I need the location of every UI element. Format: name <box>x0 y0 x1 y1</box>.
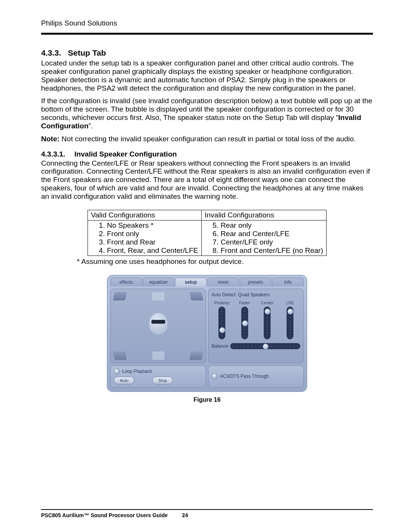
stop-button[interactable]: Stop <box>152 377 173 384</box>
slider-track[interactable] <box>218 307 225 339</box>
bottom-row: Loop Playback Auto Stop AC3/DTS Pass Thr… <box>110 366 304 388</box>
figure-caption: Figure 16 <box>41 396 373 403</box>
p2-pre: If the configuration is invalid (see inv… <box>41 97 372 121</box>
tab-list: effectsequalizersetupmixerpresetsinfo <box>110 278 304 286</box>
slider-fader: Fader <box>234 300 255 339</box>
col1-header: Valid Configurations <box>88 210 201 220</box>
auto-button[interactable]: Auto <box>114 377 134 384</box>
slider-thumb-icon[interactable] <box>219 327 225 333</box>
list-item: Rear only <box>221 221 323 230</box>
setup-paragraph-1: Located under the setup tab is a speaker… <box>41 59 373 92</box>
passthrough-check[interactable]: AC3/DTS Pass Through <box>212 373 269 379</box>
setup-paragraph-2: If the configuration is invalid (see inv… <box>41 97 373 130</box>
tab-setup[interactable]: setup <box>175 278 207 286</box>
loop-playback-check[interactable]: Loop Playback <box>114 368 202 374</box>
list-item: No Speakers * <box>107 221 198 230</box>
figure-wrap: effectsequalizersetupmixerpresetsinfo <box>41 275 373 403</box>
document-page: Philips Sound Solutions 4.3.3.Setup Tab … <box>0 0 411 532</box>
balance-row: Balance <box>212 343 300 349</box>
header-rule <box>41 33 373 35</box>
slider-label: Fader <box>234 300 255 305</box>
loop-playback-label: Loop Playback <box>122 369 152 374</box>
speaker-front-left-icon <box>113 292 127 300</box>
list-item: Front and Rear <box>107 238 198 246</box>
auto-detect-value: Quad Speakers <box>238 292 269 297</box>
speaker-front-right-icon <box>190 292 204 300</box>
speaker-lfe-icon <box>152 351 164 360</box>
slider-preamp: PreAmp <box>212 300 232 339</box>
radio-icon[interactable] <box>212 373 218 379</box>
speaker-rear-left-icon <box>113 351 127 360</box>
slider-track[interactable] <box>287 307 293 339</box>
balance-label: Balance <box>212 343 228 349</box>
slider-lfe: LFE <box>280 300 300 339</box>
subsection-title: Invalid Speaker Configuration <box>74 150 177 158</box>
slider-center: Center <box>257 300 278 339</box>
app-panel: effectsequalizersetupmixerpresetsinfo <box>107 275 307 392</box>
speaker-layout-pane <box>110 289 206 363</box>
slider-thumb-icon[interactable] <box>264 308 271 315</box>
slider-row: PreAmpFaderCenterLFE <box>212 300 300 339</box>
balance-thumb-icon[interactable] <box>263 343 269 350</box>
note-label: Note: <box>41 135 60 143</box>
auto-detect-row: Auto Detect: Quad Speakers <box>212 292 300 297</box>
valid-list: No Speakers *Front onlyFront and RearFro… <box>91 221 198 255</box>
passthrough-label: AC3/DTS Pass Through <box>220 374 269 379</box>
col2-header: Invalid Configurations <box>201 210 326 220</box>
slider-thumb-icon[interactable] <box>242 320 248 326</box>
tab-presets[interactable]: presets <box>240 278 271 286</box>
panel-body: Auto Detect: Quad Speakers PreAmpFaderCe… <box>110 289 304 363</box>
valid-cell: No Speakers *Front onlyFront and RearFro… <box>88 220 201 256</box>
subsection-heading: 4.3.3.1.Invalid Speaker Configuration <box>41 150 373 158</box>
list-item: Center/LFE only <box>221 238 323 246</box>
controls-pane: Auto Detect: Quad Speakers PreAmpFaderCe… <box>208 289 304 363</box>
invalid-cell: Rear onlyRear and Center/LFECenter/LFE o… <box>201 220 326 256</box>
p2-post: ”. <box>89 122 93 130</box>
slider-label: LFE <box>280 300 300 305</box>
section-heading: 4.3.3.Setup Tab <box>41 48 373 58</box>
footer-doc-title: PSC805 Aurilium™ Sound Processor Users G… <box>41 512 167 518</box>
footer-rule <box>41 509 373 510</box>
list-item: Front only <box>107 230 198 238</box>
list-item: Front and Center/LFE (no Rear) <box>221 246 323 255</box>
invalid-paragraph: Connecting the Center/LFE or Rear speake… <box>41 159 373 201</box>
slider-thumb-icon[interactable] <box>287 308 293 315</box>
subsection-number: 4.3.3.1. <box>41 150 65 158</box>
tab-effects[interactable]: effects <box>110 278 142 286</box>
balance-slider[interactable] <box>230 343 300 349</box>
note-text: Not correcting the invalid speaker confi… <box>60 135 356 143</box>
footer: PSC805 Aurilium™ Sound Processor Users G… <box>41 509 373 518</box>
section-title: Setup Tab <box>68 48 106 57</box>
tab-info[interactable]: info <box>272 278 304 286</box>
tab-mixer[interactable]: mixer <box>207 278 239 286</box>
speaker-rear-right-icon <box>190 351 204 360</box>
footer-text: PSC805 Aurilium™ Sound Processor Users G… <box>41 512 373 518</box>
auto-detect-label: Auto Detect: <box>212 292 237 297</box>
slider-track[interactable] <box>241 307 248 339</box>
config-table: Valid Configurations Invalid Configurati… <box>88 210 327 256</box>
slider-track[interactable] <box>264 307 271 339</box>
slider-label: PreAmp <box>212 300 232 305</box>
section-number: 4.3.3. <box>41 48 61 58</box>
setup-note: Note: Not correcting the invalid speaker… <box>41 135 373 143</box>
footer-page-number: 24 <box>182 512 188 518</box>
radio-icon[interactable] <box>114 368 120 374</box>
header-brand: Philips Sound Solutions <box>41 19 373 27</box>
list-item: Rear and Center/LFE <box>221 230 323 238</box>
listener-glasses-icon <box>151 320 165 324</box>
slider-label: Center <box>257 300 278 305</box>
table-footnote: * Assuming one uses headphones for outpu… <box>41 257 373 266</box>
invalid-list: Rear onlyRear and Center/LFECenter/LFE o… <box>205 221 323 255</box>
list-item: Front, Rear, and Center/LFE <box>107 246 198 255</box>
loop-playback-pill: Loop Playback Auto Stop <box>110 366 206 388</box>
tab-equalizer[interactable]: equalizer <box>143 278 174 286</box>
speaker-center-icon <box>152 292 164 300</box>
passthrough-pill: AC3/DTS Pass Through <box>208 366 304 388</box>
